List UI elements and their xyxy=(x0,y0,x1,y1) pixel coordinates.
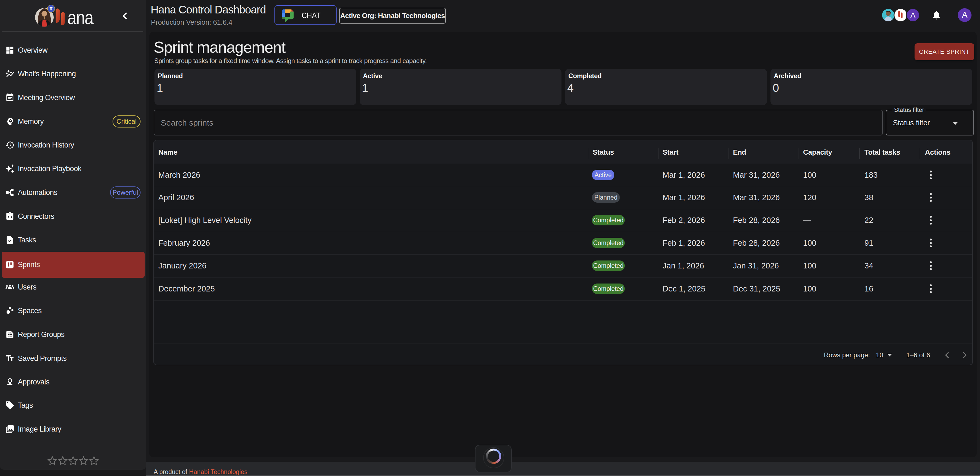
svg-text:A: A xyxy=(910,11,916,19)
